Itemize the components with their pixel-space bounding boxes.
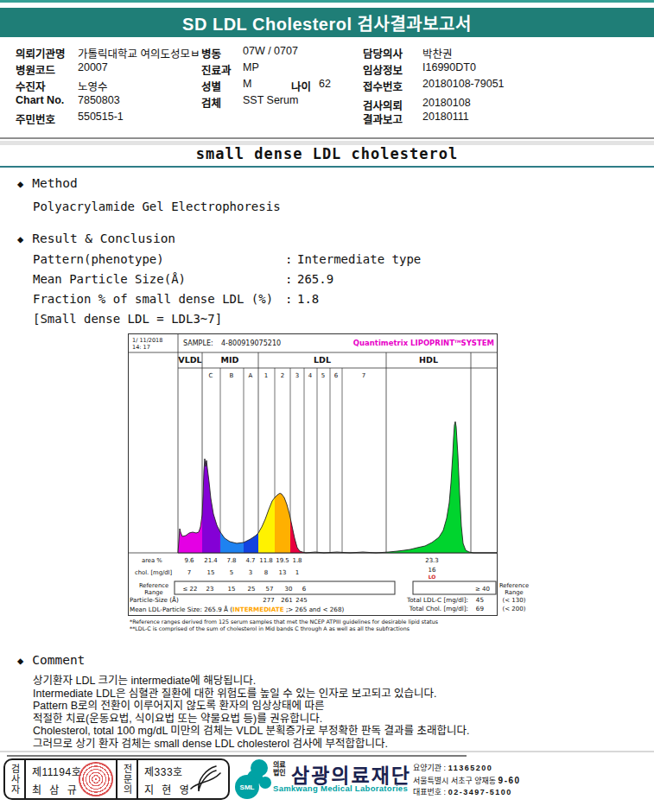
- group-label: LDL: [314, 355, 331, 365]
- patient-field-value: 노영수: [78, 78, 108, 94]
- lipoprint-gel-chart: 1/ 11/201814: 17SAMPLE:4-800919075210Qua…: [128, 333, 532, 638]
- patient-field-value: 550515-1: [78, 111, 124, 123]
- result-row-fraction: Fraction % of small dense LDL (%):1.8: [33, 292, 319, 306]
- particle-size: 277: [263, 597, 274, 604]
- area-pct: 9.6: [184, 557, 194, 564]
- report-page: { "header": { "title": "SD LDL Cholester…: [0, 0, 654, 812]
- method-heading-label: Method: [32, 176, 77, 190]
- total-chol-value: 69: [476, 605, 485, 612]
- result-label: Pattern(phenotype): [33, 252, 285, 266]
- result-row-mean-size: Mean Particle Size(Å):265.9: [33, 272, 333, 286]
- red-seal-stamp-icon: [79, 762, 113, 796]
- patient-field-value: 20007: [78, 61, 108, 73]
- sub-band-label: C: [209, 372, 213, 379]
- diamond-bullet-icon: ◆: [17, 178, 23, 190]
- result-colon: :: [285, 292, 297, 306]
- ref-value: 25: [248, 586, 256, 593]
- contact-address: 서울특별시 서초구 양재동: [413, 777, 496, 785]
- total-chol-label: Total Chol. [mg/dl]:: [409, 605, 468, 612]
- row-label-area: area %: [142, 557, 162, 564]
- result-colon: :: [285, 252, 297, 266]
- total-ldl-label: Total LDL-C [mg/dl]:: [406, 596, 468, 604]
- chol-value-hdl: 16: [429, 567, 436, 574]
- sml-logo-icon: SML: [234, 758, 274, 802]
- patient-field-label: 임상정보: [363, 61, 403, 78]
- right-reference-label: Range: [505, 589, 524, 596]
- sub-band-label: 6: [334, 372, 339, 379]
- report-title: SD LDL Cholesterol 검사결과보고서: [182, 10, 472, 35]
- contact-label-3: 대표번호 :: [413, 788, 446, 796]
- chart-date: 1/ 11/2018: [132, 337, 162, 344]
- ref-value: 23: [206, 586, 214, 593]
- patient-field-value: 20180108-79051: [422, 78, 505, 90]
- patient-field-value: MP: [243, 61, 259, 73]
- chol-value: 15: [207, 569, 215, 576]
- sub-band-label: 3: [295, 372, 299, 379]
- patient-field-value: I16990DT0: [422, 61, 476, 73]
- org-type-line1: 의료: [273, 761, 286, 769]
- specialist-cell: 제333호 지 현 영: [138, 760, 228, 798]
- patient-field-value: 가톨릭대학교 여의도성모ㅂ: [78, 45, 200, 61]
- result-value: 1.8: [297, 292, 319, 306]
- method-heading: ◆Method: [17, 176, 78, 190]
- patient-field-value: 7850803: [78, 94, 120, 106]
- group-label: HDL: [419, 355, 438, 365]
- ref-value: 57: [266, 586, 274, 593]
- contact-label-1: 요양기관 :: [413, 764, 446, 772]
- contact-value-3: 02-3497-5100: [448, 788, 512, 796]
- chol-value: 1: [295, 569, 299, 576]
- top-accent-strip: [0, 0, 654, 3]
- comment-line: 그러므로 상기 환자 검체는 small dense LDL cholester…: [33, 738, 388, 751]
- group-label: MID: [221, 355, 239, 365]
- total-chol-ref: (< 200): [503, 606, 526, 612]
- patient-field-label: 병원코드: [16, 61, 55, 78]
- mean-particle-line: Mean LDL-Particle Size: 265.9 Å (INTERME…: [130, 606, 344, 613]
- patient-field-label: 결과보고: [363, 111, 403, 127]
- org-type-line2: 법인: [273, 769, 286, 777]
- result-note: [Small dense LDL = LDL3~7]: [33, 312, 222, 326]
- fraction-area-HDL: [178, 422, 497, 553]
- ref-value: 30: [285, 586, 293, 593]
- patient-field-label: 수진자: [16, 78, 46, 94]
- diamond-bullet-icon: ◆: [17, 655, 23, 667]
- sub-band-label: A: [249, 372, 253, 379]
- chol-value: 13: [279, 569, 287, 576]
- divider-patient: [0, 137, 654, 139]
- sample-id: 4-800919075210: [221, 339, 281, 347]
- system-brand: Quantimetrix LIPOPRINTTMSYSTEM: [353, 339, 494, 347]
- patient-field-value: 박찬권: [422, 45, 453, 61]
- org-contact-block: 요양기관 : 11365200 서울특별시 서초구 양재동 9-60 대표번호 …: [413, 763, 521, 799]
- report-title-bar: SD LDL Cholesterol 검사결과보고서: [0, 8, 654, 37]
- result-row-pattern: Pattern(phenotype):Intermediate type: [33, 252, 421, 266]
- patient-field-value: 20180108: [422, 97, 471, 109]
- org-type-label: 의료 법인: [273, 761, 286, 777]
- chart-footnote: *Reference ranges derived from 125 serum…: [130, 619, 438, 625]
- sub-band-label: 7: [362, 372, 365, 379]
- patient-field-label: 성별: [201, 78, 221, 94]
- area-pct: 19.5: [276, 557, 289, 564]
- right-reference-label: Reference: [499, 582, 529, 589]
- area-pct: 11.8: [259, 557, 273, 564]
- handwritten-signature-icon: [180, 762, 226, 798]
- patient-field-label: 진료과: [201, 61, 232, 78]
- area-pct: 1.8: [292, 557, 302, 564]
- sub-band-label: 2: [281, 372, 284, 379]
- contact-line-2: 서울특별시 서초구 양재동 9-60: [413, 775, 521, 788]
- patient-field-label: 병동: [201, 45, 221, 61]
- patient-field-label: 의뢰기관명: [16, 45, 66, 61]
- chol-value: 5: [230, 569, 233, 576]
- result-value: 265.9: [297, 272, 333, 286]
- ref-value: 15: [228, 586, 236, 593]
- row-label-particle: Particle-Size (Å): [130, 596, 179, 604]
- method-value: Polyacrylamide Gel Electrophoresis: [33, 200, 281, 213]
- chart-time: 14: 17: [132, 344, 150, 351]
- contact-address-number: 9-60: [498, 776, 521, 785]
- result-colon: :: [285, 272, 297, 286]
- patient-field-value: 20180111: [422, 111, 469, 123]
- document-title: small dense LDL cholesterol: [0, 145, 654, 162]
- chol-value: 8: [264, 569, 268, 576]
- result-label: Mean Particle Size(Å): [33, 272, 285, 286]
- ref-value: 6: [302, 586, 307, 593]
- patient-field-label: 검체: [201, 94, 221, 111]
- area-pct: 7.8: [226, 557, 236, 564]
